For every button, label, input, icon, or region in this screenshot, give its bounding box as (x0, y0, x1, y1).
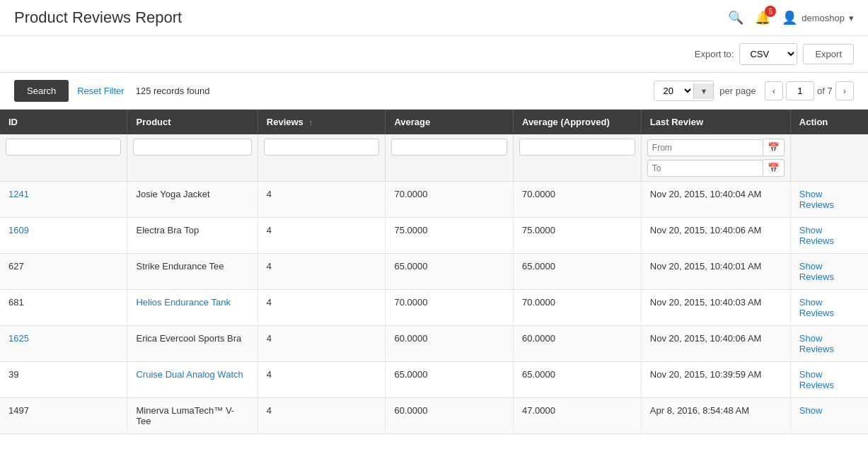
top-header: Product Reviews Report 🔍 🔔 5 👤 demoshop … (0, 0, 868, 36)
cell-id: 1609 (0, 218, 127, 254)
cell-average-approved: 47.0000 (513, 398, 641, 434)
reviews-table: ID Product Reviews ↑ Average Average (Ap… (0, 110, 868, 434)
col-header-average-approved[interactable]: Average (Approved) (513, 110, 641, 134)
notification-bell[interactable]: 🔔 5 (755, 10, 770, 25)
filter-average-approved-input[interactable] (519, 139, 635, 156)
cell-average: 65.0000 (386, 254, 514, 290)
cell-average: 65.0000 (386, 362, 514, 398)
filter-reviews-input[interactable] (264, 139, 380, 156)
show-reviews-link[interactable]: Show Reviews (799, 261, 834, 282)
cell-product: Cruise Dual Analog Watch (127, 362, 257, 398)
toolbar: Export to: CSV Export (0, 36, 868, 73)
cell-id: 1241 (0, 182, 127, 218)
cell-product: Minerva LumaTech™ V-Tee (127, 398, 257, 434)
show-reviews-link[interactable]: Show Reviews (799, 225, 834, 246)
export-button[interactable]: Export (803, 44, 854, 64)
global-search-icon[interactable]: 🔍 (728, 10, 743, 25)
per-page-label: per page (719, 86, 756, 96)
search-button[interactable]: Search (14, 80, 69, 102)
cell-average: 75.0000 (386, 218, 514, 254)
cell-last-review: Nov 20, 2015, 10:40:06 AM (641, 218, 790, 254)
col-header-action[interactable]: Action (790, 110, 868, 134)
prev-page-button[interactable]: ‹ (765, 81, 783, 100)
filter-average-cell (386, 134, 514, 182)
filter-average-input[interactable] (391, 139, 507, 156)
cell-average-approved: 60.0000 (513, 326, 641, 362)
show-reviews-link[interactable]: Show Reviews (799, 297, 834, 318)
current-page-input[interactable] (786, 81, 814, 100)
cell-average: 60.0000 (386, 326, 514, 362)
cell-action: Show (790, 398, 868, 434)
cell-last-review: Nov 20, 2015, 10:40:06 AM (641, 326, 790, 362)
show-reviews-link[interactable]: Show Reviews (799, 333, 834, 354)
cell-action: Show Reviews (790, 254, 868, 290)
product-name: Erica Evercool Sports Bra (136, 333, 241, 344)
export-label: Export to: (695, 49, 734, 59)
id-link[interactable]: 1609 (8, 225, 29, 235)
col-header-average[interactable]: Average (386, 110, 514, 134)
table-row: 681 Helios Endurance Tank 4 70.0000 70.0… (0, 290, 868, 326)
per-page-select[interactable]: 20 30 50 (654, 81, 693, 100)
per-page-wrapper: 20 30 50 ▼ per page (654, 81, 756, 101)
cell-product: Strike Endurance Tee (127, 254, 257, 290)
id-link[interactable]: 1625 (8, 333, 29, 344)
cell-last-review: Apr 8, 2016, 8:54:48 AM (641, 398, 790, 434)
pagination: ‹ of 7 › (765, 81, 854, 100)
filter-date-from-calendar-button[interactable]: 📅 (763, 139, 785, 156)
cell-average-approved: 65.0000 (513, 254, 641, 290)
total-pages-label: of 7 (817, 86, 833, 96)
cell-id: 1497 (0, 398, 127, 434)
table-row: 1609 Electra Bra Top 4 75.0000 75.0000 N… (0, 218, 868, 254)
cell-average-approved: 70.0000 (513, 290, 641, 326)
header-right: 🔍 🔔 5 👤 demoshop ▾ (728, 10, 854, 25)
cell-product: Helios Endurance Tank (127, 290, 257, 326)
filter-date-from-input[interactable] (647, 139, 763, 156)
filter-product-input[interactable] (133, 139, 251, 156)
cell-product: Electra Bra Top (127, 218, 257, 254)
cell-action: Show Reviews (790, 326, 868, 362)
col-header-last-review[interactable]: Last Review (641, 110, 790, 134)
col-header-product[interactable]: Product (127, 110, 257, 134)
cell-last-review: Nov 20, 2015, 10:40:04 AM (641, 182, 790, 218)
user-avatar-icon: 👤 (782, 10, 797, 25)
id-link[interactable]: 1241 (8, 189, 29, 199)
per-page-select-wrapper: 20 30 50 ▼ (654, 81, 714, 101)
cell-average-approved: 70.0000 (513, 182, 641, 218)
export-format-select[interactable]: CSV (740, 44, 797, 64)
filter-id-cell (0, 134, 127, 182)
table-row: 39 Cruise Dual Analog Watch 4 65.0000 65… (0, 362, 868, 398)
cell-average-approved: 75.0000 (513, 218, 641, 254)
cell-id: 627 (0, 254, 127, 290)
reset-filter-link[interactable]: Reset Filter (77, 86, 124, 96)
product-name: Minerva LumaTech™ V-Tee (136, 405, 234, 426)
filter-reviews-cell (257, 134, 386, 182)
notification-count: 5 (765, 6, 776, 17)
product-link[interactable]: Cruise Dual Analog Watch (136, 369, 243, 380)
cell-last-review: Nov 20, 2015, 10:39:59 AM (641, 362, 790, 398)
cell-id: 39 (0, 362, 127, 398)
product-name: Electra Bra Top (136, 225, 199, 235)
filter-date-to-input[interactable] (647, 160, 763, 177)
cell-reviews: 4 (257, 398, 386, 434)
cell-action: Show Reviews (790, 290, 868, 326)
per-page-select-arrow-icon: ▼ (693, 83, 713, 99)
cell-reviews: 4 (257, 290, 386, 326)
show-reviews-link[interactable]: Show Reviews (799, 369, 834, 390)
filter-action-cell (790, 134, 868, 182)
cell-average: 70.0000 (386, 290, 514, 326)
table-wrapper: ID Product Reviews ↑ Average Average (Ap… (0, 110, 868, 434)
cell-reviews: 4 (257, 182, 386, 218)
show-reviews-link[interactable]: Show Reviews (799, 189, 834, 210)
col-header-id[interactable]: ID (0, 110, 127, 134)
user-name: demoshop (802, 13, 845, 23)
next-page-button[interactable]: › (835, 81, 854, 100)
filter-date-to-calendar-button[interactable]: 📅 (763, 159, 785, 177)
user-menu[interactable]: 👤 demoshop ▾ (782, 10, 854, 25)
user-menu-dropdown-icon: ▾ (849, 13, 854, 23)
col-header-reviews[interactable]: Reviews ↑ (257, 110, 386, 134)
filter-id-input[interactable] (6, 139, 121, 156)
show-reviews-link[interactable]: Show (799, 405, 823, 416)
cell-action: Show Reviews (790, 362, 868, 398)
table-header-row: ID Product Reviews ↑ Average Average (Ap… (0, 110, 868, 134)
product-link[interactable]: Helios Endurance Tank (136, 297, 230, 308)
